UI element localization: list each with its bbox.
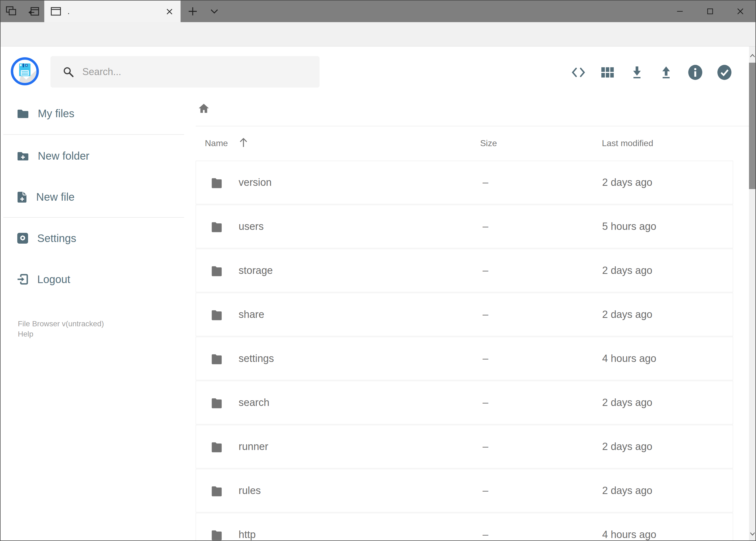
sidebar-item-settings[interactable]: Settings — [1, 230, 189, 246]
table-row[interactable]: settings – 4 hours ago — [196, 337, 733, 380]
scroll-down-icon[interactable] — [749, 530, 756, 538]
file-name: version — [239, 161, 272, 204]
file-name: rules — [239, 469, 261, 512]
table-row[interactable]: users – 5 hours ago — [196, 205, 733, 248]
arrow-up-icon — [238, 137, 249, 148]
folder-icon — [210, 440, 224, 453]
search-box[interactable] — [51, 56, 320, 88]
file-modified: 2 days ago — [602, 381, 652, 424]
file-modified: 4 hours ago — [602, 337, 656, 380]
check-circle-icon[interactable] — [717, 64, 732, 81]
breadcrumb-home-icon[interactable] — [197, 102, 210, 114]
file-modified: 4 hours ago — [602, 513, 656, 541]
sidebar-item-label: Logout — [37, 273, 70, 285]
sidebar-item-new-file[interactable]: New file — [1, 189, 189, 205]
maximize-button[interactable] — [695, 1, 725, 22]
table-row[interactable]: rules – 2 days ago — [196, 469, 733, 512]
table-row[interactable]: version – 2 days ago — [196, 161, 733, 204]
column-header-size[interactable]: Size — [480, 138, 497, 148]
tab-close-icon[interactable] — [165, 7, 174, 16]
logout-icon — [17, 273, 29, 285]
file-size: – — [483, 381, 488, 424]
sidebar-item-new-folder[interactable]: New folder — [1, 148, 189, 164]
folder-icon — [210, 484, 224, 497]
sidebar-item-label: My files — [38, 108, 75, 120]
file-size: – — [483, 425, 488, 468]
tab-bar: . — [1, 1, 755, 22]
file-size: – — [483, 513, 488, 541]
folder-icon — [17, 108, 29, 119]
table-row[interactable]: http – 4 hours ago — [196, 513, 733, 541]
sidebar-item-label: New folder — [38, 150, 89, 162]
minimize-button[interactable] — [665, 1, 695, 22]
grid-view-icon[interactable] — [600, 64, 616, 81]
file-name: users — [239, 205, 264, 248]
file-size: – — [483, 249, 488, 292]
file-modified: 5 hours ago — [602, 205, 656, 248]
folder-icon — [210, 220, 224, 233]
file-modified: 2 days ago — [602, 293, 652, 336]
file-name: http — [239, 513, 256, 541]
breadcrumb-divider — [196, 126, 749, 126]
window-controls — [665, 1, 755, 22]
tab-list-chevron-icon[interactable] — [203, 1, 225, 22]
column-header-name[interactable]: Name — [205, 138, 228, 148]
file-modified: 2 days ago — [602, 425, 652, 468]
page-icon — [50, 6, 62, 17]
file-name: storage — [239, 249, 273, 292]
sidebar-item-label: Settings — [37, 232, 76, 245]
page-scrollbar — [749, 46, 756, 541]
file-listing: Name Size Last modified version – 2 days… — [196, 90, 749, 541]
filebrowser-logo — [11, 57, 39, 85]
search-input[interactable] — [82, 66, 299, 78]
file-rows: version – 2 days ago users – 5 hours ago… — [196, 161, 733, 541]
code-icon[interactable] — [571, 64, 586, 81]
file-size: – — [483, 293, 488, 336]
file-name: runner — [239, 425, 268, 468]
column-header-modified[interactable]: Last modified — [602, 138, 653, 148]
folder-icon — [210, 396, 224, 409]
sidebar-item-label: New file — [36, 191, 75, 203]
magnifier-icon — [62, 66, 74, 78]
file-modified: 2 days ago — [602, 249, 652, 292]
file-size: – — [483, 337, 488, 380]
help-link[interactable]: Help — [18, 329, 104, 339]
sidebar-item-logout[interactable]: Logout — [1, 271, 189, 287]
folder-icon — [210, 528, 224, 541]
browser-tab[interactable]: . — [44, 1, 180, 22]
sidebar: My files New folder New file Settings Lo… — [1, 90, 196, 541]
new-tab-button[interactable] — [182, 1, 203, 22]
scroll-up-icon[interactable] — [749, 52, 756, 60]
tab-previews-icon[interactable] — [1, 1, 23, 22]
folder-icon — [210, 352, 224, 365]
info-circle-icon[interactable] — [687, 64, 703, 81]
file-name: share — [239, 293, 264, 336]
sidebar-divider — [3, 217, 184, 218]
folder-icon — [210, 176, 224, 189]
table-row[interactable]: storage – 2 days ago — [196, 249, 733, 292]
table-row[interactable]: runner – 2 days ago — [196, 425, 733, 468]
app-version-text: File Browser v(untracked) — [18, 319, 104, 329]
set-tabs-aside-icon[interactable] — [23, 1, 44, 22]
file-size: – — [483, 205, 488, 248]
floppy-disk-logo — [13, 60, 36, 83]
folder-icon — [210, 308, 224, 321]
file-modified: 2 days ago — [602, 161, 652, 204]
folder-icon — [210, 264, 224, 277]
file-name: settings — [239, 337, 274, 380]
settings-gear-icon — [17, 232, 29, 245]
sidebar-divider — [3, 134, 184, 135]
sidebar-item-my-files[interactable]: My files — [1, 105, 189, 122]
sidebar-footer: File Browser v(untracked) Help — [18, 319, 104, 339]
tab-title: . — [68, 1, 70, 22]
table-row[interactable]: share – 2 days ago — [196, 293, 733, 336]
app-header — [1, 46, 749, 90]
browser-toolbar: filebrowser.web/files/ — [1, 22, 755, 46]
upload-icon[interactable] — [658, 64, 674, 81]
table-row[interactable]: search – 2 days ago — [196, 381, 733, 424]
close-button[interactable] — [725, 1, 755, 22]
scrollbar-thumb[interactable] — [749, 63, 756, 189]
download-icon[interactable] — [629, 64, 645, 81]
file-modified: 2 days ago — [602, 469, 652, 512]
new-file-icon — [17, 191, 28, 203]
